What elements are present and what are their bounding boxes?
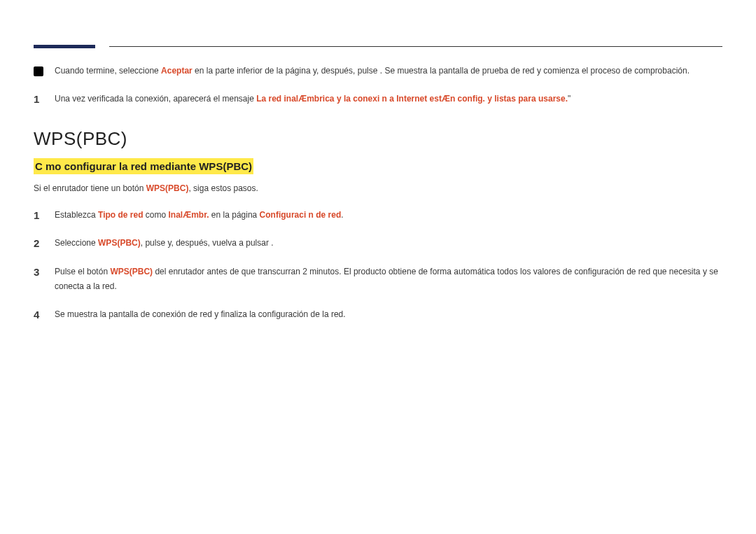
verify-block: 1 Una vez verificada la conexión, aparec… — [34, 92, 722, 108]
step-text: Establezca Tipo de red como InalÆmbr. en… — [55, 208, 344, 224]
intro-text: Si el enrutador tiene un botón WPS(PBC),… — [34, 181, 722, 197]
step-fragment: , pulse y, después, vuelva a pulsar . — [141, 238, 274, 248]
highlight-term: Configuraci n de red — [260, 210, 342, 220]
verify-pre: Una vez verificada la conexión, aparecer… — [55, 94, 256, 104]
section-title: WPS(PBC) — [34, 128, 722, 150]
steps-list: 1Establezca Tipo de red como InalÆmbr. e… — [34, 208, 722, 323]
step-number: 3 — [34, 265, 55, 295]
info-post: en la parte inferior de la página y, des… — [192, 66, 690, 76]
step-fragment: Seleccione — [55, 238, 98, 248]
step-fragment: en la página — [209, 210, 260, 220]
step-text: Se muestra la pantalla de conexión de re… — [55, 307, 346, 323]
verify-text: Una vez verificada la conexión, aparecer… — [55, 92, 570, 108]
info-aceptar: Aceptar — [161, 66, 192, 76]
info-icon — [34, 64, 55, 79]
highlight-term: Tipo de red — [98, 210, 143, 220]
accent-bar — [34, 45, 95, 48]
header-rule — [34, 45, 722, 48]
verify-post: " — [568, 94, 570, 104]
info-text: Cuando termine, seleccione Aceptar en la… — [55, 64, 690, 79]
step-row: 3Pulse el botón WPS(PBC) del enrutador a… — [34, 265, 722, 295]
step-number: 1 — [34, 208, 55, 224]
step-row: 4Se muestra la pantalla de conexión de r… — [34, 307, 722, 323]
step-fragment: Se muestra la pantalla de conexión de re… — [55, 309, 346, 319]
step-number: 2 — [34, 236, 55, 252]
highlight-term: WPS(PBC) — [110, 267, 153, 276]
step-text: Seleccione WPS(PBC), pulse y, después, v… — [55, 236, 274, 252]
info-block: Cuando termine, seleccione Aceptar en la… — [34, 64, 722, 79]
step-fragment: . — [341, 210, 343, 220]
step-fragment: como — [144, 210, 169, 220]
subheading-wrap: C mo configurar la red mediante WPS(PBC) — [34, 158, 722, 181]
highlight-term: InalÆmbr. — [169, 210, 209, 220]
step-fragment: del enrutador antes de que transcurran 2… — [55, 267, 718, 292]
verify-num: 1 — [34, 92, 55, 108]
highlight-term: WPS(PBC) — [98, 238, 141, 248]
verify-msg: La red inalÆmbrica y la conexi n a Inter… — [256, 94, 568, 104]
step-row: 2Seleccione WPS(PBC), pulse y, después, … — [34, 236, 722, 252]
subheading: C mo configurar la red mediante WPS(PBC) — [34, 158, 253, 174]
info-pre: Cuando termine, seleccione — [55, 66, 161, 76]
intro-pre: Si el enrutador tiene un botón — [34, 183, 146, 193]
step-number: 4 — [34, 307, 55, 323]
intro-post: , siga estos pasos. — [188, 183, 258, 193]
divider-line — [109, 46, 722, 47]
step-row: 1Establezca Tipo de red como InalÆmbr. e… — [34, 208, 722, 224]
document-page: Cuando termine, seleccione Aceptar en la… — [0, 0, 756, 323]
step-fragment: Establezca — [55, 210, 98, 220]
step-fragment: Pulse el botón — [55, 267, 110, 276]
intro-wps: WPS(PBC) — [146, 183, 189, 193]
step-text: Pulse el botón WPS(PBC) del enrutador an… — [55, 265, 722, 295]
